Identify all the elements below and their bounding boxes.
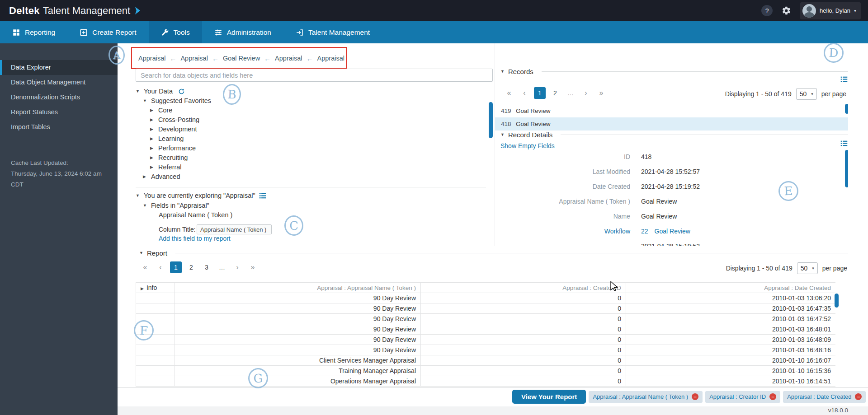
caret-collapsed-icon[interactable]: ▶: [150, 144, 155, 153]
caret-expanded-icon[interactable]: ▼: [136, 87, 140, 96]
tree-learning-label[interactable]: Learning: [158, 134, 184, 144]
record-list-item-418[interactable]: 418 Goal Review: [495, 117, 848, 131]
caret-collapsed-icon[interactable]: ▶: [150, 125, 155, 134]
fields-in-node[interactable]: ▼ Fields in "Appraisal": [143, 201, 209, 210]
details-scrollbar-thumb[interactable]: [845, 150, 848, 187]
first-page-button[interactable]: «: [503, 87, 515, 99]
column-header-date-created[interactable]: Appraisal : Date Created: [626, 283, 836, 293]
workflow-value[interactable]: 22Goal Review: [641, 228, 690, 235]
remove-field-icon[interactable]: −: [692, 393, 698, 400]
details-list-view-icon[interactable]: [840, 140, 848, 147]
record-list-item-419[interactable]: 419 Goal Review: [495, 104, 848, 117]
caret-expanded-icon[interactable]: ▼: [500, 69, 505, 74]
column-header-appraisal-name[interactable]: Appraisal : Appraisal Name ( Token ): [175, 283, 421, 293]
field-chip-creator-id[interactable]: Appraisal : Creator ID −: [705, 391, 780, 403]
tree-your-data-label[interactable]: Your Data: [144, 87, 173, 96]
last-page-button[interactable]: »: [595, 87, 607, 99]
view-your-report-button[interactable]: View Your Report: [512, 390, 586, 404]
tree-node-learning[interactable]: ▶Learning: [150, 134, 184, 144]
nav-tools[interactable]: Tools: [149, 21, 202, 43]
nav-create-report[interactable]: Create Report: [67, 21, 148, 43]
remove-field-icon[interactable]: −: [855, 393, 862, 400]
tree-recruiting-label[interactable]: Recruiting: [158, 153, 188, 163]
user-menu[interactable]: hello, Dylan ▾: [800, 2, 861, 19]
prev-page-button[interactable]: ‹: [155, 261, 166, 273]
nav-reporting[interactable]: Reporting: [0, 21, 67, 43]
tree-referral-label[interactable]: Referral: [158, 163, 182, 172]
records-per-page-select[interactable]: 50 ▾: [796, 88, 817, 100]
page-button-2[interactable]: 2: [185, 261, 197, 273]
tree-performance-label[interactable]: Performance: [158, 144, 196, 153]
breadcrumb-item[interactable]: Appraisal: [275, 55, 302, 62]
tree-node-your-data[interactable]: ▼ Your Data: [136, 87, 185, 96]
sidebar-item-data-object-management[interactable]: Data Object Management: [0, 75, 118, 90]
breadcrumb-item[interactable]: Appraisal: [138, 55, 165, 62]
tree-node-performance[interactable]: ▶Performance: [150, 144, 196, 153]
prev-page-button[interactable]: ‹: [519, 87, 530, 99]
refresh-icon[interactable]: [178, 88, 185, 95]
field-name-label[interactable]: Appraisal Name ( Token ): [159, 210, 232, 220]
tree-cross-posting-label[interactable]: Cross-Posting: [158, 115, 199, 125]
column-title-input[interactable]: [197, 224, 272, 234]
caret-expanded-icon[interactable]: ▼: [500, 132, 505, 137]
caret-collapsed-icon[interactable]: ▶: [143, 172, 147, 182]
page-button-3[interactable]: 3: [201, 261, 212, 273]
caret-collapsed-icon[interactable]: ▶: [150, 134, 155, 144]
tree-node-suggested-favorites[interactable]: ▼ Suggested Favorites: [143, 96, 211, 106]
exploring-node[interactable]: ▼ You are currently exploring "Appraisal…: [136, 191, 266, 201]
report-per-page-select[interactable]: 50 ▾: [797, 262, 818, 274]
caret-collapsed-icon[interactable]: ▶: [150, 106, 155, 115]
caret-collapsed-icon[interactable]: ▶: [150, 153, 155, 163]
tree-core-label[interactable]: Core: [158, 106, 172, 115]
tree-suggested-favorites-label[interactable]: Suggested Favorites: [151, 96, 211, 106]
info-column-header[interactable]: ▶Info: [136, 283, 175, 293]
tree-advanced-label[interactable]: Advanced: [151, 172, 180, 182]
caret-collapsed-icon[interactable]: ▶: [150, 115, 155, 125]
report-scrollbar-thumb[interactable]: [835, 294, 839, 308]
next-page-button[interactable]: ›: [231, 261, 243, 273]
tree-node-development[interactable]: ▶Development: [150, 125, 197, 134]
caret-expanded-icon[interactable]: ▼: [143, 96, 147, 106]
last-page-button[interactable]: »: [247, 261, 259, 273]
detail-list-icon[interactable]: [259, 192, 266, 199]
page-button-1[interactable]: 1: [534, 87, 546, 99]
field-node[interactable]: Appraisal Name ( Token ): [159, 210, 232, 220]
tree-development-label[interactable]: Development: [158, 125, 197, 134]
tree-scrollbar-thumb[interactable]: [489, 102, 493, 138]
column-header-creator-id[interactable]: Appraisal : Creator ID: [421, 283, 626, 293]
sidebar-item-import-tables[interactable]: Import Tables: [0, 120, 118, 135]
settings-gear-icon[interactable]: [782, 6, 791, 15]
nav-administration[interactable]: Administration: [202, 21, 283, 43]
breadcrumb-item[interactable]: Appraisal: [317, 55, 344, 62]
remove-field-icon[interactable]: −: [769, 393, 776, 400]
add-field-link[interactable]: Add this field to my report: [159, 235, 231, 242]
first-page-button[interactable]: «: [139, 261, 151, 273]
caret-expanded-icon[interactable]: ▼: [139, 251, 143, 255]
nav-talent-management[interactable]: Talent Management: [283, 21, 382, 43]
tree-node-referral[interactable]: ▶Referral: [150, 163, 182, 172]
caret-expanded-icon[interactable]: ▼: [143, 201, 147, 210]
caret-expanded-icon[interactable]: ▼: [136, 191, 140, 201]
sidebar-item-denormalization-scripts[interactable]: Denormalization Scripts: [0, 90, 118, 105]
breadcrumb-item[interactable]: Appraisal: [180, 55, 208, 62]
records-list-view-icon[interactable]: [840, 76, 848, 83]
sidebar-item-data-explorer[interactable]: Data Explorer: [0, 60, 118, 75]
page-button-1[interactable]: 1: [170, 261, 182, 273]
field-chip-date-created[interactable]: Appraisal : Date Created −: [783, 391, 866, 403]
caret-collapsed-icon[interactable]: ▶: [141, 286, 144, 291]
help-icon[interactable]: ?: [761, 5, 773, 16]
caret-collapsed-icon[interactable]: ▶: [150, 163, 155, 172]
workflow-link-label[interactable]: Workflow: [500, 228, 630, 235]
breadcrumb-item[interactable]: Goal Review: [223, 55, 260, 62]
sidebar-item-report-statuses[interactable]: Report Statuses: [0, 105, 118, 120]
field-chip-appraisal-name[interactable]: Appraisal : Appraisal Name ( Token ) −: [589, 391, 703, 403]
tree-node-core[interactable]: ▶Core: [150, 106, 172, 115]
next-page-button[interactable]: ›: [580, 87, 592, 99]
records-scrollbar-thumb[interactable]: [845, 104, 848, 114]
show-empty-fields-link[interactable]: Show Empty Fields: [500, 142, 555, 149]
tree-node-cross-posting[interactable]: ▶Cross-Posting: [150, 115, 199, 125]
page-button-2[interactable]: 2: [549, 87, 561, 99]
workflow-name-link[interactable]: Goal Review: [655, 228, 690, 235]
tree-node-advanced[interactable]: ▶Advanced: [143, 172, 180, 182]
tree-node-recruiting[interactable]: ▶Recruiting: [150, 153, 188, 163]
